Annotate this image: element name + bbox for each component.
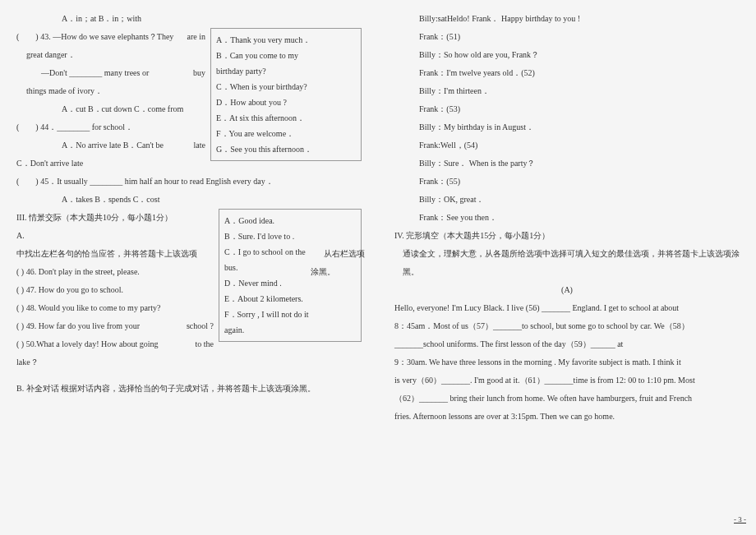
billy-august: Billy：My birthday is in August． xyxy=(394,118,740,136)
section-4-intro: 通读全文，理解大意，从各题所给选项中选择可填入短文的最佳选项，并将答题卡上该选项… xyxy=(394,245,740,281)
billy-sure: Billy：Sure． When is the party？ xyxy=(394,155,740,173)
frank-well: Frank:Well，(54) xyxy=(394,136,740,155)
q45-opts: A．takes B．spends C．cost xyxy=(16,191,362,209)
frank-51: Frank：(51) xyxy=(394,28,740,46)
section-3b-head: B. 补全对话 根据对话内容，选择恰当的句子完成对话，并将答题卡上该选项涂黑。 xyxy=(16,380,362,398)
box1-e: E．At six this afternoon． xyxy=(216,110,356,126)
passage-line-3: _______school uniforms. The first lesson… xyxy=(394,335,740,353)
billy-ok: Billy：OK, great． xyxy=(394,191,740,209)
frank-53: Frank：(53) xyxy=(394,100,740,118)
q50-text: ( ) 50.What a lovely day! How about goin… xyxy=(16,339,158,348)
box2-d: D．Never mind . xyxy=(224,275,356,291)
dialog-overlap: Billy:satHeldo! Frank． Happy birthday to… xyxy=(394,10,740,28)
billy-ask-age: Billy：So how old are you, Frank？ xyxy=(394,46,740,64)
passage-line-2: 8：45am．Most of us（57）_______to school, b… xyxy=(394,317,740,335)
box1-a: A．Thank you very much． xyxy=(216,32,356,48)
section-3a-text: 中找出左栏各句的恰当应答，并将答题卡上该选项 xyxy=(16,245,362,263)
q44opts-text: A．No arrive late B．Can't be xyxy=(62,141,164,150)
left-column: A．in；at B．in；with A．Thank you very much．… xyxy=(0,0,378,535)
frank-see: Frank：See you then． xyxy=(394,209,740,227)
frank-55: Frank：(55) xyxy=(394,173,740,191)
q50-trail: to the xyxy=(196,335,214,353)
opts-42: A．in；at B．in；with xyxy=(16,10,362,28)
section-3-title: III. 情景交际（本大题共10分，每小题1分） xyxy=(16,209,362,227)
box1-g: G．See you this afternoon． xyxy=(216,141,356,157)
right-column: Billy:satHeldo! Frank． Happy birthday to… xyxy=(378,0,756,535)
billy-thirteen: Billy：I'm thirteen． xyxy=(394,82,740,100)
frank-52: Frank：I'm twelve years old．(52) xyxy=(394,64,740,82)
q44opts-trail: late xyxy=(194,136,205,155)
section-4-title: IV. 完形填空（本大题共15分，每小题1分） xyxy=(394,227,740,245)
box2-f: F．Sorry , I will not do it xyxy=(224,307,356,322)
answer-box-1: A．Thank you very much． B．Can you come to… xyxy=(210,28,362,161)
box1-b: B．Can you come to my xyxy=(216,48,356,63)
box2-f2: again. xyxy=(224,322,356,338)
q50b: lake？ xyxy=(16,353,362,371)
passage-line-1: Hello, everyone! I'm Lucy Black. I live … xyxy=(394,299,740,317)
section-3a-label: A. xyxy=(16,227,362,245)
box1-b2: birthday party? xyxy=(216,63,356,79)
q43-text: ( ) 43. —How do we save elephants？They xyxy=(16,32,173,41)
passage-line-5: is very（60）_______. I'm good at it.（61）_… xyxy=(394,371,740,390)
sec3a-black: 涂黑。 xyxy=(311,263,335,281)
passage-line-6: （62）_______ bring their lunch from home.… xyxy=(394,390,740,408)
box1-d: D．How about you ? xyxy=(216,95,356,110)
sec3a-trail: 从右栏选项 xyxy=(324,245,365,263)
q45: ( ) 45．It usually ________ him half an h… xyxy=(16,173,362,191)
page-number: - 3 - xyxy=(734,512,746,528)
box1-f: F．You are welcome． xyxy=(216,126,356,141)
q43c-text: —Don't ________ many trees or xyxy=(41,68,149,77)
q49-text: ( ) 49. How far do you live from your xyxy=(16,321,140,330)
q43-trail: are in xyxy=(187,28,206,46)
passage-line-7: fries. Afternoon lessons are over at 3:1… xyxy=(394,408,740,426)
q43c-trail: buy xyxy=(193,64,205,82)
passage-a-label: (A) xyxy=(394,281,740,299)
box2-e: E．About 2 kilometers. xyxy=(224,291,356,307)
passage-line-4: 9：30am. We have three lessons in the mor… xyxy=(394,353,740,371)
box1-c: C．When is your birthday? xyxy=(216,79,356,95)
q49-trail: school ? xyxy=(187,317,214,335)
